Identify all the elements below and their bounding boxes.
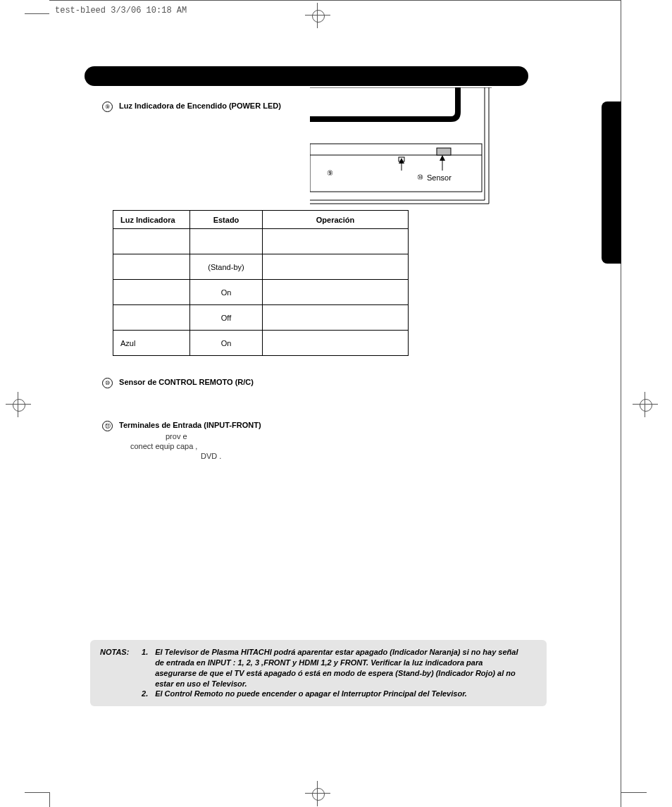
diagram-marker-9: ⑨ <box>327 169 333 177</box>
th-estado: Estado <box>190 211 263 229</box>
svg-rect-6 <box>437 148 451 155</box>
crop-corner-bottom-left-v <box>49 792 50 807</box>
header-slug: test-bleed 3/3/06 10:18 AM <box>55 6 187 16</box>
notes-box: NOTAS: 1. El Televisor de Plasma HITACHI… <box>90 640 547 706</box>
note-1-num: 1. <box>142 647 153 658</box>
side-tab <box>602 101 621 264</box>
crop-corner-bottom-left-h <box>25 792 49 793</box>
marker-11-icon: ⑪ <box>102 421 113 431</box>
section-11-line3: DVD . <box>102 451 497 461</box>
th-luz: Luz Indicadora <box>113 211 190 229</box>
section-title-bar <box>85 66 528 86</box>
marker-9-icon: ⑨ <box>102 101 113 112</box>
crop-corner-top-left-h <box>25 13 49 14</box>
table-row: Off <box>113 305 409 331</box>
table-row <box>113 229 409 254</box>
tv-front-diagram: ⑨ ⑩ Sensor <box>310 87 492 207</box>
diagram-sensor-label: Sensor <box>427 173 452 182</box>
section-9-title: Luz Indicadora de Encendido (POWER LED) <box>119 101 281 110</box>
note-2-num: 2. <box>142 689 153 699</box>
section-remote-sensor: ⑩ Sensor de CONTROL REMOTO (R/C) <box>102 378 497 388</box>
section-11-line2: conect equip capa , <box>102 441 497 451</box>
indicator-table: Luz Indicadora Estado Operación (Stand-b… <box>113 210 409 356</box>
section-input-front: ⑪ Terminales de Entrada (INPUT-FRONT) pr… <box>102 420 497 461</box>
note-2-text: El Control Remoto no puede encender o ap… <box>155 689 521 699</box>
crop-corner-bottom-right-h <box>621 792 647 793</box>
registration-mark-right <box>635 395 655 414</box>
svg-rect-3 <box>310 144 482 192</box>
registration-mark-bottom <box>308 784 328 803</box>
marker-10-icon: ⑩ <box>102 378 113 388</box>
diagram-marker-10: ⑩ <box>417 173 423 181</box>
registration-mark-left <box>8 395 28 414</box>
crop-line-top <box>49 0 621 1</box>
registration-mark-top <box>308 6 328 25</box>
notes-label: NOTAS: <box>100 647 139 658</box>
table-row: (Stand-by) <box>113 254 409 280</box>
section-power-led: ⑨ Luz Indicadora de Encendido (POWER LED… <box>102 101 313 112</box>
section-11-line1: prov e <box>102 431 497 441</box>
table-row: On <box>113 280 409 305</box>
section-10-title: Sensor de CONTROL REMOTO (R/C) <box>119 378 254 386</box>
note-1-text: El Televisor de Plasma HITACHI podrá apa… <box>155 647 521 689</box>
th-operacion: Operación <box>263 211 409 229</box>
table-row: Azul On <box>113 331 409 356</box>
section-11-title: Terminales de Entrada (INPUT-FRONT) <box>119 421 261 429</box>
